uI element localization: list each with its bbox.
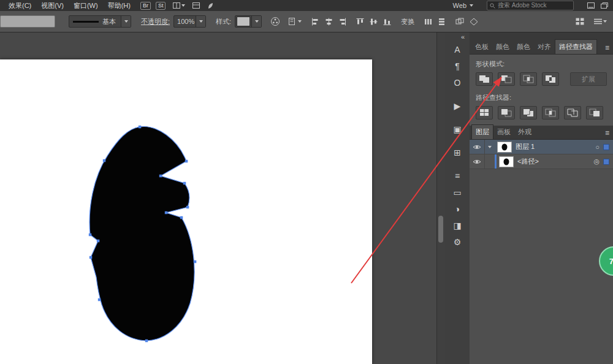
intersect-button[interactable]	[520, 72, 537, 86]
tab-pathfinder[interactable]: 路径查找器	[555, 39, 597, 54]
brush-definition-dropdown[interactable]: 基本	[69, 15, 131, 28]
workspace-switcher[interactable]: Web	[453, 2, 473, 9]
artboard[interactable]	[0, 59, 372, 364]
appearance-panel-icon[interactable]: ▭	[449, 185, 466, 200]
restore-window-icon[interactable]	[601, 2, 608, 9]
menu-effect[interactable]: 效果(C)	[4, 1, 36, 10]
selected-shape-graphic	[0, 59, 372, 364]
transform-label[interactable]: 变换	[401, 17, 414, 26]
opacity-label[interactable]: 不透明度:	[141, 17, 170, 26]
control-text-input[interactable]	[0, 15, 55, 28]
menu-bar: 效果(C) 视图(V) 窗口(W) 帮助(H) Br St Web 搜索 Ado…	[0, 0, 613, 12]
target-circle-icon[interactable]: ◎	[593, 157, 600, 165]
outline-button[interactable]	[564, 106, 581, 119]
target-circle-icon[interactable]: ○	[595, 143, 600, 151]
expand-layer-icon[interactable]	[485, 140, 495, 154]
style-swatch-dropdown[interactable]	[235, 15, 262, 28]
minus-front-button[interactable]	[498, 72, 515, 86]
document-layout-icon[interactable]	[192, 2, 200, 9]
tab-layers[interactable]: 图层	[471, 124, 493, 139]
settings-panel-icon[interactable]: ⚙	[449, 235, 466, 249]
minus-back-button[interactable]	[586, 106, 603, 119]
align-panel-icon[interactable]: ≡	[449, 169, 466, 183]
expand-button[interactable]: 扩展	[570, 72, 607, 86]
scrollbar-thumb[interactable]	[438, 216, 443, 243]
selected-shape-path[interactable]	[89, 127, 194, 341]
actions-panel-icon[interactable]: ▶	[449, 99, 466, 113]
stroke-preview-icon	[73, 21, 99, 23]
align-middle-vertical-icon[interactable]	[370, 18, 378, 26]
chevron-down-icon	[181, 4, 185, 7]
recolor-artwork-icon[interactable]	[270, 17, 280, 26]
isolate-selection-icon[interactable]	[455, 18, 464, 26]
visibility-eye-icon[interactable]	[470, 140, 485, 154]
stock-button[interactable]: St	[156, 2, 166, 10]
control-panel-menu-icon[interactable]	[594, 18, 607, 25]
crop-button[interactable]	[542, 106, 559, 119]
align-right-icon[interactable]	[338, 18, 346, 26]
selection-color-square[interactable]	[603, 159, 609, 165]
menu-view[interactable]: 视图(V)	[36, 1, 69, 10]
tab-swatches[interactable]: 色板	[471, 40, 492, 54]
chevron-down-icon[interactable]	[251, 16, 261, 27]
collapse-panels-icon[interactable]: «	[461, 32, 470, 40]
align-center-horizontal-icon[interactable]	[325, 18, 333, 26]
panel-menu-icon[interactable]: ≡	[605, 44, 609, 51]
control-bar-right	[576, 18, 607, 25]
visibility-eye-icon[interactable]	[470, 154, 485, 169]
exclude-button[interactable]	[542, 72, 559, 86]
distribute-vertical-icon[interactable]	[438, 18, 446, 26]
layer-row-layer1[interactable]: 图层 1 ○	[470, 140, 613, 154]
transform-panel-icon[interactable]: ⊞	[449, 145, 466, 160]
path-thumbnail[interactable]	[499, 156, 514, 167]
pathfinders-label: 路径查找器:	[476, 93, 607, 102]
pathfinder-tab-bar: 色板 颜色 颜色 对齐 路径查找器 ≡	[470, 32, 613, 55]
chevron-down-icon	[298, 20, 302, 23]
tab-color[interactable]: 颜色	[492, 40, 513, 54]
divide-button[interactable]	[476, 106, 493, 119]
minimize-window-icon[interactable]	[587, 2, 595, 9]
unite-button[interactable]	[476, 72, 493, 86]
character-panel-icon[interactable]: A	[449, 42, 466, 57]
selection-color-square[interactable]	[603, 144, 609, 150]
trim-button[interactable]	[498, 106, 515, 119]
arrange-documents-icon[interactable]	[173, 2, 185, 9]
chevron-down-icon	[603, 20, 607, 23]
distribute-horizontal-icon[interactable]	[424, 18, 432, 26]
chevron-down-icon[interactable]	[121, 16, 131, 27]
tab-color-guide[interactable]: 颜色	[513, 40, 534, 54]
tab-artboards[interactable]: 画板	[493, 125, 514, 139]
canvas-area[interactable]	[0, 32, 436, 364]
layer-name[interactable]: 图层 1	[516, 142, 595, 151]
artboards-panel-icon[interactable]: ▣	[449, 122, 466, 137]
layer-row-path[interactable]: <路径> ◎	[470, 154, 613, 169]
illustrator-window: 效果(C) 视图(V) 窗口(W) 帮助(H) Br St Web 搜索 Ado…	[0, 0, 613, 364]
bridge-button[interactable]: Br	[140, 2, 151, 10]
brush-definition-label: 基本	[102, 17, 121, 26]
gradient-panel-icon[interactable]: ◑	[449, 202, 466, 216]
chevron-down-icon[interactable]	[196, 16, 205, 27]
stock-search-input[interactable]: 搜索 Adobe Stock	[487, 1, 574, 10]
paragraph-panel-icon[interactable]: ¶	[449, 59, 466, 74]
opentype-panel-icon[interactable]: O	[449, 75, 466, 90]
control-bar: 基本 不透明度: 100% 样式: 变	[0, 11, 613, 32]
gpu-performance-icon[interactable]	[207, 2, 214, 9]
merge-button[interactable]	[520, 106, 537, 119]
align-left-icon[interactable]	[311, 18, 319, 26]
panel-menu-icon[interactable]: ≡	[605, 129, 609, 137]
layer-thumbnail[interactable]	[497, 142, 512, 153]
tab-align[interactable]: 对齐	[534, 40, 555, 54]
align-top-icon[interactable]	[356, 18, 364, 26]
shape-builder-icon[interactable]	[470, 18, 478, 26]
menu-help[interactable]: 帮助(H)	[103, 1, 135, 10]
align-bottom-icon[interactable]	[383, 18, 391, 26]
menu-window[interactable]: 窗口(W)	[69, 1, 103, 10]
symbols-panel-icon[interactable]: ◨	[449, 218, 466, 233]
path-name[interactable]: <路径>	[517, 157, 593, 166]
workspace-label: Web	[453, 2, 466, 9]
tab-appearance[interactable]: 外观	[514, 125, 535, 139]
panel-grid-icon[interactable]	[576, 18, 584, 25]
document-setup-dropdown[interactable]	[289, 18, 302, 25]
layers-list: 图层 1 ○ <路径> ◎	[470, 140, 613, 169]
opacity-value-dropdown[interactable]: 100%	[173, 15, 206, 28]
